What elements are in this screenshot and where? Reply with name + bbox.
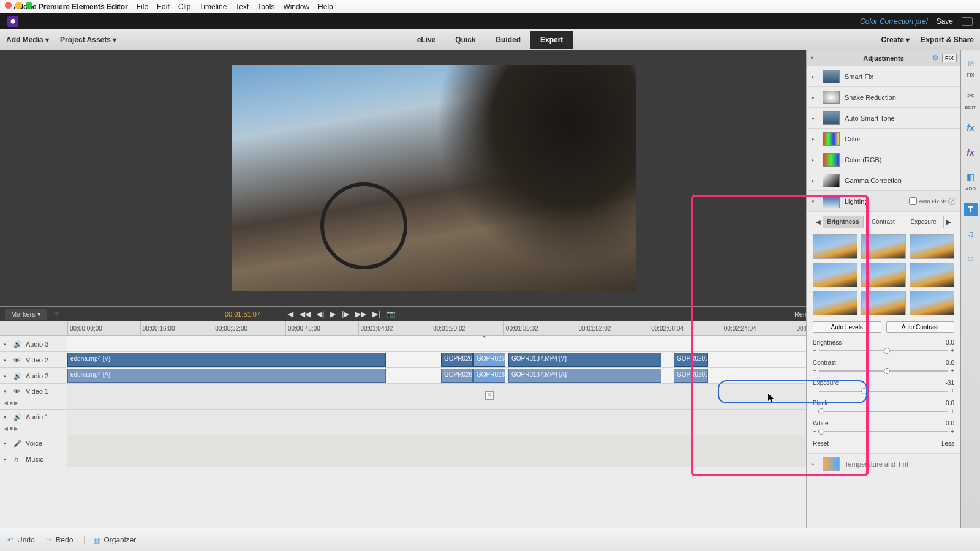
transition-icon[interactable]: ✕ — [485, 391, 494, 400]
clip-video[interactable]: edona.mp4 [V] — [67, 353, 386, 367]
save-button[interactable]: Save — [937, 17, 953, 26]
menu-help[interactable]: Help — [318, 2, 333, 11]
transition-icon[interactable]: ◧ — [964, 170, 978, 184]
autofix-checkbox[interactable] — [909, 197, 917, 205]
go-start-icon[interactable]: |◀ — [286, 310, 293, 318]
minimize-window-icon[interactable] — [15, 2, 22, 9]
slider-black: Black0.0 −+ — [813, 400, 954, 415]
emoji-icon[interactable]: ☺ — [964, 252, 978, 265]
adj-gamma[interactable]: ▸Gamma Correction — [807, 170, 960, 191]
clip-audio-selected[interactable]: GOPR026 — [473, 369, 505, 383]
export-share-button[interactable]: Export & Share — [921, 36, 974, 44]
prev-frame-icon[interactable]: ◀◀ — [300, 310, 311, 318]
undo-button[interactable]: ↶Undo — [7, 536, 35, 544]
mode-elive[interactable]: eLive — [407, 31, 446, 49]
tab-nav-left[interactable]: ◀ — [813, 216, 823, 228]
project-assets-button[interactable]: Project Assets ▾ — [60, 36, 116, 44]
help-icon[interactable]: ? — [948, 198, 956, 205]
clip-video-selected[interactable]: GOPR026 — [473, 353, 505, 367]
preset-thumb[interactable] — [861, 291, 906, 315]
adj-smartfix[interactable]: ▸Smart Fix — [807, 66, 960, 87]
clip-video[interactable]: GOPR0137.MP4 [V] — [508, 353, 662, 367]
video-preview[interactable] — [232, 65, 636, 291]
preset-thumb[interactable] — [813, 263, 858, 287]
adj-shake[interactable]: ▸Shake Reduction — [807, 87, 960, 108]
auto-levels-button[interactable]: Auto Levels — [813, 321, 881, 333]
close-window-icon[interactable] — [5, 2, 12, 9]
help-icon[interactable]: ? — [55, 310, 58, 318]
eye-icon[interactable]: 👁 — [941, 198, 946, 204]
menu-text[interactable]: Text — [235, 2, 249, 11]
preset-thumb[interactable] — [861, 234, 906, 259]
organizer-button[interactable]: ▦Organizer — [84, 536, 136, 544]
clip-audio[interactable]: edona.mp4 [A] — [67, 369, 386, 383]
clip-audio[interactable]: GOPR0137.MP4 [A] — [508, 369, 662, 383]
mode-expert[interactable]: Expert — [530, 31, 573, 49]
go-end-icon[interactable]: ▶| — [372, 310, 380, 318]
title-icon[interactable]: T — [964, 203, 978, 216]
snapshot-icon[interactable]: 📷 — [386, 310, 396, 318]
speaker-icon[interactable]: 🔊 — [13, 413, 22, 421]
speaker-icon[interactable]: 🔊 — [13, 372, 22, 380]
preset-thumb[interactable] — [813, 234, 858, 259]
adjust-icon[interactable]: ⎚ — [964, 56, 978, 70]
adj-lighting-header[interactable]: ▾ Lighting Auto Fix👁? — [807, 191, 960, 212]
adj-colorrgb[interactable]: ▸Color (RGB) — [807, 149, 960, 170]
clip-audio[interactable]: GOPR0202 — [674, 369, 708, 383]
music-note-icon[interactable]: ♫ — [964, 227, 978, 241]
menu-file[interactable]: File — [137, 2, 148, 11]
tab-contrast[interactable]: Contrast — [864, 216, 904, 228]
adj-autosmarttone[interactable]: ▸Auto Smart Tone — [807, 108, 960, 129]
preset-thumb[interactable] — [910, 263, 954, 287]
redo-button[interactable]: ↷Redo — [46, 536, 74, 544]
mode-quick[interactable]: Quick — [445, 31, 485, 49]
clip-audio[interactable]: GOPR0264. — [441, 369, 473, 383]
step-fwd-icon[interactable]: |▶ — [342, 310, 349, 318]
clip-video[interactable]: GOPR0264. — [441, 353, 473, 367]
eye-icon[interactable]: 👁 — [13, 356, 22, 364]
tool-icon[interactable]: ⚙ — [932, 54, 938, 62]
slider-brightness: Brightness0.0 −+ — [813, 339, 954, 354]
mode-guided[interactable]: Guided — [486, 31, 530, 49]
markers-dropdown[interactable]: Markers ▾ — [5, 309, 47, 320]
next-frame-icon[interactable]: ▶▶ — [355, 310, 366, 318]
menu-timeline[interactable]: Timeline — [199, 2, 227, 11]
ruler-tick: 00;00;32;00 — [213, 321, 285, 335]
maximize-window-icon[interactable] — [26, 2, 32, 9]
play-icon[interactable]: ▶ — [330, 310, 336, 318]
tab-nav-right[interactable]: ▶ — [944, 216, 954, 228]
preset-thumb[interactable] — [861, 263, 906, 287]
adj-color[interactable]: ▸Color — [807, 129, 960, 149]
mic-icon[interactable]: 🎤 — [13, 440, 22, 447]
clip-video[interactable]: GOPR0202 — [674, 353, 708, 367]
app-titlebar: ⬢ Color Correction.prel Save — [0, 13, 980, 29]
fix-button[interactable]: FIX — [942, 54, 957, 62]
eye-icon[interactable]: 👁 — [13, 388, 22, 395]
effects-icon[interactable]: ✂ — [964, 89, 978, 102]
preset-thumb[interactable] — [910, 291, 954, 315]
menu-clip[interactable]: Clip — [178, 2, 191, 11]
menu-edit[interactable]: Edit — [157, 2, 170, 11]
track-music: ▸♫Music — [0, 451, 867, 467]
tab-exposure[interactable]: Exposure — [903, 216, 944, 228]
create-button[interactable]: Create ▾ — [881, 36, 910, 44]
reset-button[interactable]: Reset — [813, 440, 829, 447]
speaker-icon[interactable]: 🔊 — [13, 340, 22, 348]
tab-brightness[interactable]: Brightness — [823, 216, 864, 228]
time-ruler[interactable]: 00;00;00;00 00;00;16;00 00;00;32;00 00;0… — [0, 321, 867, 336]
fx-icon[interactable]: fx — [964, 146, 978, 159]
add-media-button[interactable]: Add Media ▾ — [6, 36, 49, 44]
preset-thumb[interactable] — [813, 291, 858, 315]
fx-text-icon[interactable]: fx — [964, 121, 978, 135]
music-icon[interactable]: ♫ — [13, 455, 22, 463]
auto-contrast-button[interactable]: Auto Contrast — [886, 321, 955, 333]
preset-thumb[interactable] — [910, 234, 954, 259]
share-icon[interactable] — [962, 17, 973, 26]
menu-window[interactable]: Window — [283, 2, 309, 11]
adj-temperature[interactable]: ▸Temperature and Tint — [807, 454, 960, 474]
less-button[interactable]: Less — [941, 440, 954, 447]
step-back-icon[interactable]: ◀| — [317, 310, 324, 318]
playhead[interactable] — [484, 336, 484, 528]
menu-tools[interactable]: Tools — [257, 2, 274, 11]
collapse-icon[interactable]: » — [810, 54, 814, 61]
